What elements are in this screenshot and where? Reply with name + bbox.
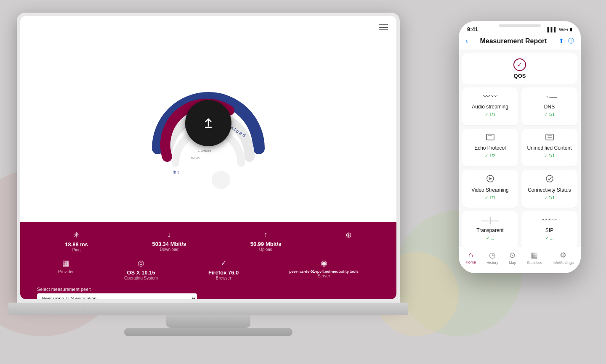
position-icon: ⊕ bbox=[346, 230, 352, 240]
battery-icon: ▮ bbox=[570, 26, 572, 32]
server-label: Server bbox=[289, 274, 359, 278]
svg-point-6 bbox=[212, 171, 230, 189]
transparent-icon: —|— bbox=[481, 216, 499, 225]
phone-share-icon[interactable]: ⬆ bbox=[559, 37, 564, 45]
browser-label: Browser bbox=[208, 276, 239, 280]
stat-browser: ✓ Firefox 76.0 Browser bbox=[208, 258, 239, 280]
provider-icon: ▦ bbox=[58, 258, 74, 268]
history-icon: ◷ bbox=[489, 251, 496, 260]
card-echo-protocol[interactable]: Echo Protocol 1/2 bbox=[462, 129, 518, 166]
download-label: Download bbox=[152, 247, 186, 252]
browser-icon: ✓ bbox=[208, 258, 239, 268]
svg-text:Init: Init bbox=[173, 169, 179, 174]
echo-protocol-status: 1/2 bbox=[485, 153, 495, 158]
stat-os: ◎ OS X 10.15 Operating System bbox=[124, 258, 158, 280]
screen-top-area: P i n g D o w n l o a d Init 1 0Mbit/s 2… bbox=[20, 16, 396, 222]
gauge-start-button[interactable] bbox=[185, 100, 231, 146]
home-icon: ⌂ bbox=[468, 251, 473, 259]
nav-map[interactable]: ⊙ Map bbox=[509, 251, 516, 265]
upload-value: 50.99 Mbit/s bbox=[250, 241, 282, 247]
video-streaming-icon bbox=[486, 175, 495, 185]
ping-label: Ping bbox=[65, 248, 88, 252]
unmodified-content-title: Unmodified Content bbox=[527, 145, 571, 151]
phone-bottom-nav: ⌂ Home ◷ History ⊙ Map ▦ Statistics ⚙ bbox=[459, 247, 581, 273]
screen-bottom-area: ✳ 18.88 ms Ping ↓ 503.34 Mbit/s Download… bbox=[20, 222, 396, 299]
server-value: peer-ias-de-01-ipv4.net-neutrality.tools bbox=[289, 269, 359, 274]
provider-label: Provider bbox=[58, 269, 74, 274]
phone-device: 9:41 ▌▌▌ WiFi ▮ ‹ Measurement Report ⬆ ⓘ… bbox=[459, 21, 581, 273]
audio-streaming-status: 1/1 bbox=[485, 112, 495, 117]
stat-ping: ✳ 18.88 ms Ping bbox=[65, 230, 88, 252]
transparent-title: Transparent bbox=[476, 227, 503, 233]
qos-check-icon: ✓ bbox=[513, 58, 526, 71]
laptop-stand bbox=[166, 315, 250, 328]
svg-rect-9 bbox=[486, 134, 494, 140]
card-dns[interactable]: →— DNS 1/1 bbox=[521, 87, 577, 125]
phone-screen: 9:41 ▌▌▌ WiFi ▮ ‹ Measurement Report ⬆ ⓘ… bbox=[459, 21, 581, 273]
stat-upload: ↑ 50.99 Mbit/s Upload bbox=[250, 230, 282, 252]
signal-icon: ▌▌▌ bbox=[548, 27, 557, 32]
stat-download: ↓ 503.34 Mbit/s Download bbox=[152, 230, 186, 252]
peer-selector-area: Select measurement peer: Peer using TLS … bbox=[33, 287, 384, 299]
statistics-nav-label: Statistics bbox=[527, 261, 542, 265]
svg-text:1 0Mbit/s: 1 0Mbit/s bbox=[198, 149, 211, 153]
card-sip[interactable]: 〰〰 SIP ... bbox=[521, 211, 577, 249]
phone-time: 9:41 bbox=[467, 26, 478, 32]
unmodified-content-status: 1/1 bbox=[544, 153, 555, 158]
info-settings-icon: ⚙ bbox=[560, 251, 566, 260]
dns-icon: →— bbox=[542, 92, 557, 101]
laptop-base bbox=[8, 303, 408, 315]
stats-row-2: ▦ Provider ◎ OS X 10.15 Operating System… bbox=[33, 258, 384, 280]
home-nav-label: Home bbox=[466, 260, 476, 264]
qos-section: ✓ QOS bbox=[462, 53, 577, 84]
upload-icon: ↑ bbox=[250, 230, 282, 239]
svg-rect-11 bbox=[546, 134, 553, 140]
nav-history[interactable]: ◷ History bbox=[486, 251, 498, 265]
download-icon: ↓ bbox=[152, 230, 186, 239]
qos-label: QOS bbox=[514, 73, 526, 79]
card-audio-streaming[interactable]: 〰〰 Audio streaming 1/1 bbox=[462, 87, 518, 125]
phone-page-title: Measurement Report bbox=[480, 37, 547, 45]
phone-notch bbox=[499, 24, 541, 27]
echo-protocol-title: Echo Protocol bbox=[474, 145, 506, 151]
video-streaming-title: Video Streaming bbox=[471, 187, 509, 193]
wifi-icon: WiFi bbox=[559, 27, 568, 32]
laptop-foot bbox=[124, 328, 292, 336]
phone-info-icon[interactable]: ⓘ bbox=[568, 37, 574, 45]
card-unmodified-content[interactable]: Unmodified Content 1/1 bbox=[521, 129, 577, 166]
connectivity-status-icon bbox=[545, 175, 554, 185]
sip-icon: 〰〰 bbox=[542, 216, 557, 225]
video-streaming-status: 1/1 bbox=[485, 195, 495, 200]
nav-statistics[interactable]: ▦ Statistics bbox=[527, 251, 542, 265]
upload-label: Upload bbox=[250, 247, 282, 252]
peer-select-dropdown[interactable]: Peer using TLS encryptionPeer using stan… bbox=[37, 293, 197, 299]
statistics-icon: ▦ bbox=[531, 251, 538, 260]
gauge-container: P i n g D o w n l o a d Init 1 0Mbit/s 2… bbox=[141, 56, 276, 190]
phone-header: ‹ Measurement Report ⬆ ⓘ bbox=[459, 34, 581, 50]
ping-value: 18.88 ms bbox=[65, 241, 88, 248]
card-transparent[interactable]: —|— Transparent ... bbox=[462, 211, 518, 249]
sip-status: ... bbox=[545, 236, 553, 240]
os-icon: ◎ bbox=[124, 258, 158, 268]
phone-back-button[interactable]: ‹ bbox=[465, 37, 468, 45]
server-icon: ◉ bbox=[289, 258, 359, 268]
card-connectivity-status[interactable]: Connectivity Status 1/1 bbox=[521, 170, 577, 208]
download-value: 503.34 Mbit/s bbox=[152, 241, 186, 247]
connectivity-status-title: Connectivity Status bbox=[528, 187, 571, 193]
phone-header-actions: ⬆ ⓘ bbox=[559, 37, 574, 45]
info-settings-nav-label: Info/Settings bbox=[553, 261, 574, 265]
laptop: P i n g D o w n l o a d Init 1 0Mbit/s 2… bbox=[8, 13, 408, 340]
browser-value: Firefox 76.0 bbox=[208, 269, 239, 276]
nav-info-settings[interactable]: ⚙ Info/Settings bbox=[553, 251, 574, 265]
stat-provider: ▦ Provider bbox=[58, 258, 74, 280]
echo-protocol-icon bbox=[486, 134, 494, 142]
cards-grid: 〰〰 Audio streaming 1/1 →— DNS 1/1 bbox=[462, 87, 577, 249]
connectivity-status-status: 1/1 bbox=[544, 195, 555, 200]
dns-status: 1/1 bbox=[544, 112, 555, 117]
peer-selector-label: Select measurement peer: bbox=[37, 287, 380, 292]
os-value: OS X 10.15 bbox=[124, 269, 158, 276]
card-video-streaming[interactable]: Video Streaming 1/1 bbox=[462, 170, 518, 208]
phone-status-icons: ▌▌▌ WiFi ▮ bbox=[548, 26, 572, 32]
hamburger-menu[interactable] bbox=[379, 23, 388, 32]
nav-home[interactable]: ⌂ Home bbox=[466, 251, 476, 265]
